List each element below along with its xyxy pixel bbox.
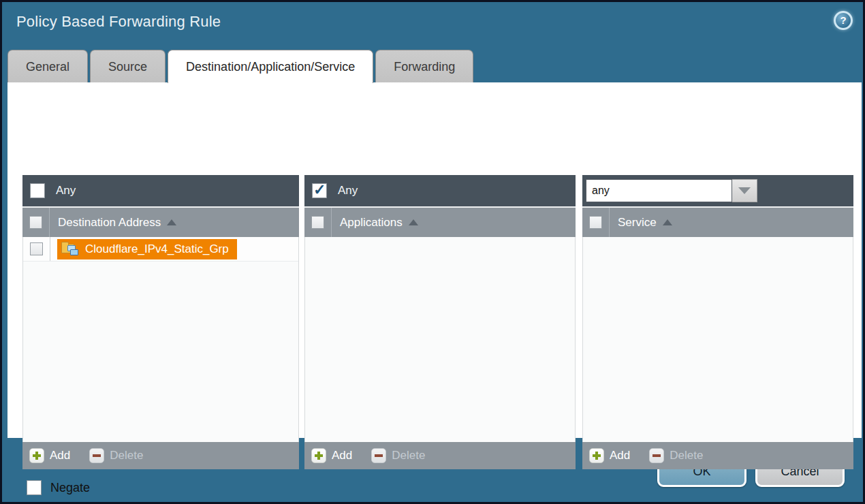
add-label: Add [332, 449, 352, 462]
delete-minus-icon [89, 448, 104, 463]
destination-footer: Add Delete [22, 442, 299, 469]
pbf-rule-dialog: Policy Based Forwarding Rule ? General S… [0, 0, 865, 504]
tab-destination-application-service[interactable]: Destination/Application/Service [168, 50, 373, 83]
destination-row-checkbox[interactable] [30, 242, 43, 255]
destination-any-bar: Any [22, 175, 299, 206]
delete-minus-icon [649, 448, 664, 463]
destination-row-gutter [23, 237, 50, 261]
address-group-icon [61, 242, 79, 256]
service-list [582, 237, 853, 442]
service-any-bar: any [582, 175, 853, 206]
service-header[interactable]: Service [582, 206, 853, 237]
negate-row: Negate [27, 480, 90, 495]
service-add-button[interactable]: Add [589, 448, 630, 463]
delete-minus-icon [371, 448, 386, 463]
destination-address-header[interactable]: Destination Address [22, 206, 299, 237]
applications-column: Any Applications Add Delete [304, 175, 576, 469]
service-type-value[interactable]: any [586, 179, 732, 202]
destination-select-all-checkbox[interactable] [29, 216, 42, 229]
applications-add-button[interactable]: Add [311, 448, 352, 463]
applications-any-bar: Any [304, 175, 576, 206]
applications-delete-button[interactable]: Delete [371, 448, 425, 463]
sort-asc-icon [663, 219, 672, 225]
add-plus-icon [29, 448, 44, 463]
applications-select-all-checkbox[interactable] [311, 216, 324, 229]
destination-any-checkbox[interactable] [30, 183, 45, 198]
add-label: Add [50, 449, 70, 462]
destination-address-column: Any Destination Address [22, 175, 299, 469]
negate-label: Negate [50, 481, 90, 495]
add-label: Add [610, 449, 630, 462]
dialog-title: Policy Based Forwarding Rule [16, 13, 221, 31]
service-column: any Service Add [582, 175, 853, 469]
sort-asc-icon [167, 219, 176, 225]
delete-label: Delete [670, 449, 703, 462]
applications-header-label: Applications [340, 216, 403, 230]
destination-list: Cloudflare_IPv4_Static_Grp [22, 237, 299, 442]
add-plus-icon [311, 448, 326, 463]
delete-label: Delete [110, 449, 143, 462]
destination-delete-button[interactable]: Delete [89, 448, 143, 463]
service-delete-button[interactable]: Delete [649, 448, 703, 463]
help-icon[interactable]: ? [834, 11, 853, 30]
destination-row: Cloudflare_IPv4_Static_Grp [23, 237, 298, 262]
service-type-dropdown[interactable]: any [586, 179, 757, 202]
applications-any-label: Any [338, 184, 358, 198]
applications-footer: Add Delete [304, 442, 576, 469]
service-header-gutter [582, 208, 610, 237]
applications-any-checkbox[interactable] [312, 183, 327, 198]
destination-add-button[interactable]: Add [29, 448, 70, 463]
service-header-label: Service [618, 216, 657, 230]
destination-any-label: Any [56, 184, 76, 198]
applications-header-gutter [304, 208, 332, 237]
service-select-all-checkbox[interactable] [589, 216, 602, 229]
tab-bar: General Source Destination/Application/S… [7, 50, 473, 82]
destination-address-object[interactable]: Cloudflare_IPv4_Static_Grp [57, 239, 237, 259]
tab-general[interactable]: General [7, 50, 88, 82]
destination-header-gutter [22, 208, 50, 237]
tab-source[interactable]: Source [90, 50, 166, 82]
destination-header-label: Destination Address [58, 216, 161, 230]
tab-content-panel: Any Destination Address [7, 82, 862, 438]
dropdown-button[interactable] [732, 179, 757, 202]
applications-header[interactable]: Applications [304, 206, 576, 237]
negate-checkbox[interactable] [27, 480, 42, 495]
tab-forwarding[interactable]: Forwarding [375, 50, 473, 82]
chevron-down-icon [738, 187, 751, 194]
service-footer: Add Delete [582, 442, 853, 469]
destination-object-label: Cloudflare_IPv4_Static_Grp [85, 242, 229, 256]
applications-list [304, 237, 576, 442]
add-plus-icon [589, 448, 604, 463]
sort-asc-icon [409, 219, 418, 225]
delete-label: Delete [392, 449, 425, 462]
